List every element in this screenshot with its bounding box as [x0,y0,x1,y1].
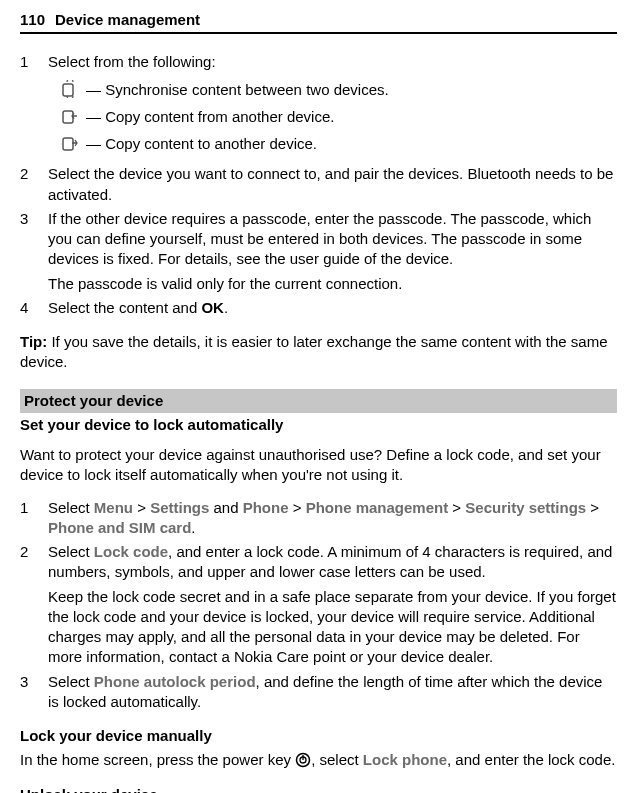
svg-rect-1 [63,111,73,123]
page-number: 110 [20,10,45,30]
section-intro: Want to protect your device against unau… [20,445,617,486]
copy-from-icon [60,106,80,126]
lock-manual-text: In the home screen, press the power key … [20,750,617,770]
step-number: 3 [20,672,48,713]
section-bar: Protect your device [20,389,617,413]
copy-to-icon [60,133,80,153]
page-title: Device management [55,11,200,28]
lock-manual-heading: Lock your device manually [20,726,617,746]
step-text: Select the content and OK. [48,298,617,318]
power-key-icon [295,752,311,768]
step-text: Select from the following: [48,52,617,72]
step-text: Select Phone autolock period, and define… [48,672,617,713]
option-sync: — Synchronise content between two device… [60,79,617,100]
step-text: Select the device you want to connect to… [48,164,617,205]
section-subtitle: Set your device to lock automatically [20,413,617,441]
tip-label: Tip: [20,333,47,350]
step-number: 2 [20,542,48,668]
step-number: 1 [20,52,48,160]
svg-rect-0 [63,84,73,96]
sync-icon [60,79,80,99]
tip-paragraph: Tip: If you save the details, it is easi… [20,332,617,373]
step-text: Select Menu > Settings and Phone > Phone… [48,498,617,539]
option-copy-to: — Copy content to another device. [60,133,617,154]
option-copy-from: — Copy content from another device. [60,106,617,127]
step-number: 3 [20,209,48,294]
option-text: — Copy content to another device. [86,133,617,154]
step-number: 1 [20,498,48,539]
page-header: 110Device management [20,10,617,34]
step-number: 2 [20,164,48,205]
step-text: If the other device requires a passcode,… [48,209,617,270]
tip-text: If you save the details, it is easier to… [20,333,608,370]
steps-list-a: 1 Select from the following: — Synchroni… [20,52,617,318]
svg-rect-2 [63,138,73,150]
step-text: Select Lock code, and enter a lock code.… [48,542,617,583]
step-number: 4 [20,298,48,318]
step-text: Keep the lock code secret and in a safe … [48,587,617,668]
option-text: — Copy content from another device. [86,106,617,127]
step-text: The passcode is valid only for the curre… [48,274,617,294]
option-text: — Synchronise content between two device… [86,79,617,100]
unlock-heading: Unlock your device [20,785,617,794]
steps-list-b: 1 Select Menu > Settings and Phone > Pho… [20,498,617,713]
